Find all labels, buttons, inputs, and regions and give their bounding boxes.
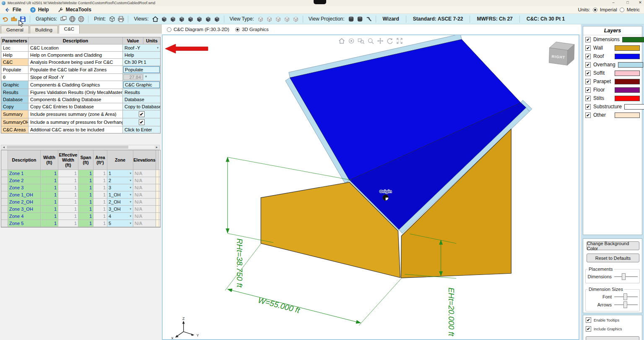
layer-checkbox[interactable]: ✔ xyxy=(585,45,591,51)
zone-row-header[interactable] xyxy=(1,213,8,220)
zone-width-cell[interactable]: 1 xyxy=(41,206,58,212)
slider[interactable] xyxy=(614,293,638,300)
slider-thumb[interactable] xyxy=(623,293,627,300)
dropdown-caret-icon[interactable]: ▾ xyxy=(130,200,131,204)
dropdown-caret-icon[interactable]: ▾ xyxy=(130,222,131,225)
partial-button[interactable] xyxy=(586,336,639,340)
zone-dropdown-cell[interactable]: 2▾ xyxy=(107,177,133,184)
layer-checkbox[interactable]: ✔ xyxy=(585,87,591,93)
layer-color-swatch[interactable] xyxy=(615,87,640,93)
zone-description-cell[interactable]: Zone 4 xyxy=(8,213,41,220)
parameter-button[interactable]: C&C Graphic xyxy=(123,81,160,88)
layer-color-swatch[interactable] xyxy=(615,112,640,118)
view-cube-icon-7[interactable] xyxy=(213,16,221,23)
view-orientation-cube[interactable]: RIGHT xyxy=(549,42,574,65)
parameter-value[interactable]: Roof -Y▾ xyxy=(123,44,160,51)
layer-color-swatch[interactable] xyxy=(615,54,640,59)
zone-span-cell[interactable]: 1 xyxy=(78,220,93,227)
zone-dropdown-cell[interactable]: 3▾ xyxy=(107,184,133,191)
parameter-value[interactable]: Populate xyxy=(123,66,160,73)
projection-perspective-icon[interactable] xyxy=(348,16,355,23)
zone-width-cell[interactable]: 1 xyxy=(41,199,58,205)
tab-building[interactable]: Building xyxy=(30,26,58,34)
zone-span-cell[interactable]: 1 xyxy=(78,170,93,177)
view-type-icon-5[interactable] xyxy=(292,16,299,23)
zone-span-cell[interactable]: 1 xyxy=(78,199,93,205)
zone-row-header[interactable] xyxy=(1,170,8,177)
layer-color-swatch[interactable] xyxy=(624,104,644,110)
reset-to-defaults-button[interactable]: Reset to Defaults xyxy=(587,254,639,262)
zone-description-cell[interactable]: Zone 3_OH xyxy=(8,206,41,212)
zone-description-cell[interactable]: Zone 1_OH xyxy=(8,191,41,198)
zone-dropdown-cell[interactable]: 3_OH▾ xyxy=(107,206,133,212)
scroll-right-icon[interactable]: ► xyxy=(154,145,159,149)
menu-file[interactable]: File xyxy=(0,6,26,13)
zone-dropdown-cell[interactable]: 1_OH▾ xyxy=(107,191,133,198)
view-type-icon-4[interactable] xyxy=(283,16,291,23)
printer-icon[interactable] xyxy=(117,16,125,23)
option-checkbox[interactable]: ✔ xyxy=(586,326,591,332)
dropdown-caret-icon[interactable]: ▾ xyxy=(130,172,131,175)
zone-width-cell[interactable]: 1 xyxy=(41,177,58,184)
tab-general[interactable]: General xyxy=(1,26,29,34)
view-cube-icon-2[interactable] xyxy=(169,16,177,23)
zone-span-cell[interactable]: 1 xyxy=(78,191,93,198)
dropdown-caret-icon[interactable]: ▾ xyxy=(130,186,131,189)
zone-description-cell[interactable]: Zone 2_OH xyxy=(8,199,41,205)
3d-scene[interactable]: Origin RHt=38.750 ft W=55.000 ft EHt=20.… xyxy=(163,35,579,339)
parameter-value[interactable]: Results xyxy=(123,89,160,96)
parameter-value[interactable]: C&C Graphic xyxy=(123,81,160,89)
zone-span-cell[interactable]: 1 xyxy=(78,206,93,212)
zone-row-header[interactable] xyxy=(1,199,8,205)
option-checkbox[interactable]: ✔ xyxy=(586,317,591,323)
units-metric-radio[interactable] xyxy=(620,8,624,12)
dropdown-caret-icon[interactable]: ▾ xyxy=(130,179,131,182)
graphics-sphere-icon[interactable] xyxy=(69,16,76,23)
parameter-checkbox[interactable]: ✔ xyxy=(139,119,145,125)
close-button[interactable]: ✕ xyxy=(636,0,644,5)
zone-span-cell[interactable]: 1 xyxy=(78,213,93,220)
view-type-icon-1[interactable] xyxy=(257,16,264,23)
zone-width-cell[interactable]: 1 xyxy=(41,184,58,191)
slider-thumb[interactable] xyxy=(622,273,626,280)
view-mode-option-2[interactable]: 3D Graphics xyxy=(235,27,269,32)
layer-checkbox[interactable]: ✔ xyxy=(585,112,591,118)
parameter-value[interactable]: Copy to Database xyxy=(123,103,160,110)
parameter-value[interactable]: Help xyxy=(123,52,160,58)
zone-span-cell[interactable]: 1 xyxy=(78,184,93,191)
view-mode-option-1[interactable]: C&C Diagram (F:30.3-2D) xyxy=(167,27,229,32)
zone-dropdown-cell[interactable]: 2_OH▾ xyxy=(107,199,133,205)
minimize-button[interactable]: – xyxy=(609,0,618,5)
dropdown-caret-icon[interactable]: ▾ xyxy=(157,46,158,50)
horizontal-scrollbar[interactable]: ◄ ► xyxy=(1,145,160,149)
layer-checkbox[interactable]: ✔ xyxy=(585,37,591,42)
graphics-frames-icon[interactable] xyxy=(60,16,67,23)
layer-checkbox[interactable]: ✔ xyxy=(585,96,591,101)
print-3d-icon[interactable] xyxy=(109,16,116,23)
slider[interactable] xyxy=(614,273,638,280)
view-type-icon-3[interactable] xyxy=(275,16,282,23)
projection-ortho-icon[interactable] xyxy=(356,16,364,23)
zone-description-cell[interactable]: Zone 5 xyxy=(8,220,41,227)
units-imperial-radio[interactable] xyxy=(593,8,597,12)
view-cube-icon-1[interactable] xyxy=(161,16,168,23)
maximize-button[interactable]: □ xyxy=(623,0,632,5)
scrollbar-thumb[interactable] xyxy=(7,146,128,149)
parameter-value[interactable]: Click to Enter xyxy=(123,126,160,133)
scroll-left-icon[interactable]: ◄ xyxy=(1,145,6,149)
units-metric-label[interactable]: Metric xyxy=(627,7,640,12)
standard-button[interactable]: Standard: ASCE 7-22 xyxy=(413,16,463,22)
view-cube-icon-4[interactable] xyxy=(187,16,194,23)
layer-color-swatch[interactable] xyxy=(615,96,640,101)
zone-row-header[interactable] xyxy=(1,177,8,184)
zone-dropdown-cell[interactable]: 5▾ xyxy=(107,220,133,227)
tools-hammer-icon[interactable] xyxy=(365,16,372,23)
layer-checkbox[interactable]: ✔ xyxy=(585,62,591,68)
dropdown-caret-icon[interactable]: ▾ xyxy=(130,193,131,196)
mwfrs-button[interactable]: MWFRS: Ch 27 xyxy=(477,16,512,22)
zone-width-cell[interactable]: 1 xyxy=(41,220,58,227)
units-imperial-label[interactable]: Imperial xyxy=(600,7,617,12)
zone-width-cell[interactable]: 1 xyxy=(41,170,58,177)
zone-row-header[interactable] xyxy=(1,220,8,227)
layer-checkbox[interactable]: ✔ xyxy=(585,79,591,84)
